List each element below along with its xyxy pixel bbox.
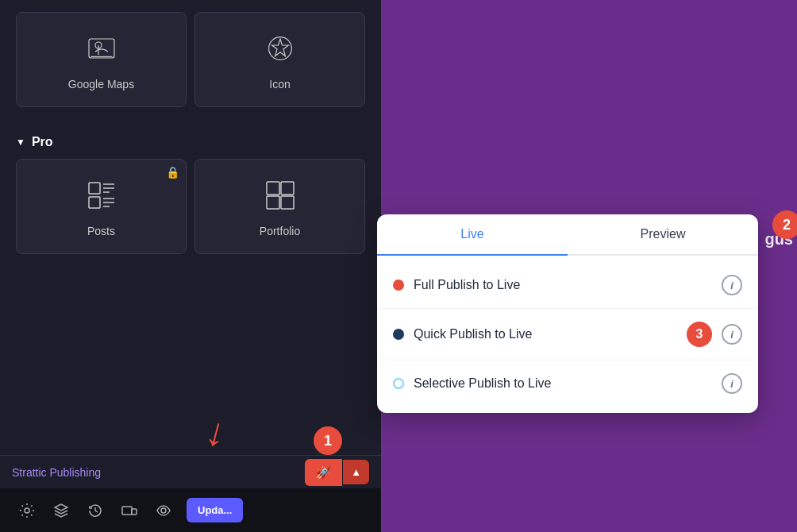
history-btn[interactable] [80,495,110,526]
publish-btn-group[interactable]: 🚀 ▲ [305,459,369,486]
settings-btn[interactable] [12,495,42,526]
pro-section: ▼ Pro 🔒 [0,123,381,266]
posts-label: Posts [87,225,115,237]
posts-icon [82,175,121,215]
pro-widget-grid: 🔒 Posts [16,159,365,254]
svg-marker-3 [271,39,288,56]
star-icon [260,29,300,68]
svg-rect-8 [89,197,100,208]
tab-preview-label: Preview [641,227,686,241]
option-full-publish[interactable]: Full Publish to Live i [377,262,758,309]
publish-main-btn[interactable]: 🚀 [305,459,342,486]
svg-rect-12 [267,182,279,195]
publish-arrow-btn[interactable]: ▲ [343,460,369,484]
publish-popup: Live Preview Full Publish to Live i Quic… [377,214,758,413]
svg-point-19 [161,508,166,513]
option-quick-publish[interactable]: Quick Publish to Live 3 i [377,309,758,360]
arrow-indicator: ↓ [201,407,232,457]
svg-rect-0 [89,39,114,58]
google-maps-label: Google Maps [68,78,134,91]
widget-card-portfolio[interactable]: Portfolio [194,159,365,254]
svg-point-16 [25,508,29,513]
pro-header-label: Pro [32,135,53,149]
portfolio-label: Portfolio [260,225,300,237]
badge-3-label: 3 [696,327,703,341]
quick-publish-dot [393,329,404,340]
selective-publish-info-icon[interactable]: i [722,373,742,394]
badge-1-label: 1 [324,433,332,449]
tab-preview[interactable]: Preview [568,214,758,256]
right-panel: 2 Live Preview Full Publish to Live i [381,0,797,532]
badge-3: 3 [687,322,712,347]
svg-rect-17 [122,507,132,515]
svg-rect-14 [267,196,279,209]
full-publish-dot [393,279,404,291]
rocket-icon: 🚀 [316,465,331,480]
svg-rect-13 [281,182,294,195]
preview-btn[interactable] [148,495,179,526]
quick-publish-label: Quick Publish to Live [414,327,677,341]
pro-header: ▼ Pro [16,135,365,149]
main-container: Google Maps Icon ▼ Pro [0,0,797,532]
portfolio-icon [260,175,300,215]
widget-card-posts[interactable]: 🔒 Posts [16,159,187,254]
widget-grid: Google Maps Icon [0,0,381,123]
option-selective-publish[interactable]: Selective Publish to Live i [377,360,758,407]
update-btn-label: Upda... [198,504,232,516]
publish-options: Full Publish to Live i Quick Publish to … [377,256,758,413]
chevron-up-icon: ▲ [351,466,361,478]
lock-icon: 🔒 [166,166,179,179]
widget-card-google-maps[interactable]: Google Maps [16,12,187,107]
tab-live[interactable]: Live [377,214,568,256]
selective-publish-dot [393,378,404,389]
update-btn[interactable]: Upda... [187,498,243,522]
svg-rect-18 [132,509,137,515]
quick-publish-info-icon[interactable]: i [722,324,742,345]
full-publish-label: Full Publish to Live [414,278,712,292]
bottom-toolbar: Upda... [0,488,381,532]
google-maps-icon [82,29,121,68]
tab-live-label: Live [460,227,483,241]
badge-1: 1 [314,426,342,455]
badge-2-label: 2 [783,217,791,233]
strattic-label: Strattic Publishing [12,466,101,479]
widget-card-icon[interactable]: Icon [194,12,365,107]
left-panel: Google Maps Icon ▼ Pro [0,0,381,532]
svg-rect-15 [281,196,294,209]
badge-2: 2 [772,210,797,239]
pro-collapse-arrow[interactable]: ▼ [16,137,25,148]
popup-tabs: Live Preview [377,214,758,256]
svg-rect-4 [89,183,100,194]
icon-label: Icon [269,78,290,91]
selective-publish-label: Selective Publish to Live [414,376,712,391]
strattic-bar: Strattic Publishing 🚀 ▲ [0,455,381,488]
layers-btn[interactable] [46,495,76,526]
full-publish-info-icon[interactable]: i [722,275,742,295]
responsive-btn[interactable] [114,495,144,526]
